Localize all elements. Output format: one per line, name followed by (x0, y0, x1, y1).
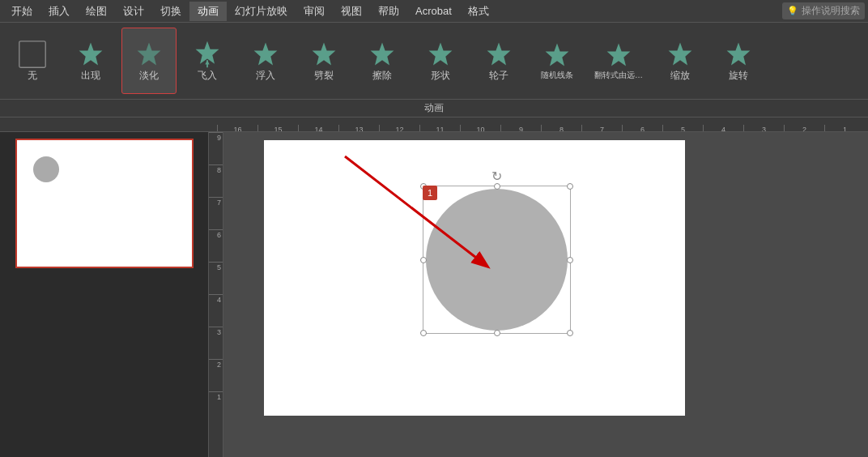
search-label: 操作说明搜索 (802, 4, 860, 18)
ribbon-label-zoom: 缩放 (670, 69, 690, 83)
slide-canvas: ↻ 1 (264, 140, 685, 416)
svg-marker-8 (371, 42, 394, 65)
ruler-tick: 8 (541, 125, 581, 131)
star-appear-icon (76, 40, 105, 69)
ruler-tick: 6 (622, 125, 662, 131)
star-random-icon (542, 41, 572, 70)
ruler-v-tick: 1 (209, 391, 223, 424)
star-split-icon (309, 40, 338, 69)
ruler-tick: 7 (581, 125, 622, 131)
ribbon-item-zoom[interactable]: 缩放 (653, 28, 708, 94)
ribbon-label-appear: 出现 (81, 69, 100, 83)
menu-start[interactable]: 开始 (3, 2, 40, 21)
ruler-v-tick: 2 (209, 359, 223, 391)
menu-animate[interactable]: 动画 (189, 2, 227, 21)
menu-help[interactable]: 帮助 (370, 2, 407, 21)
menu-slideshow[interactable]: 幻灯片放映 (227, 2, 296, 21)
selection-handle-ml[interactable] (420, 257, 427, 263)
ribbon-label-random: 随机线条 (541, 70, 573, 81)
slide-thumb-circle (33, 156, 59, 182)
menu-review[interactable]: 审阅 (296, 2, 333, 21)
ruler-tick: 13 (338, 125, 379, 131)
search-box[interactable]: 💡 操作说明搜索 (782, 2, 865, 19)
star-none-icon (18, 40, 47, 69)
ribbon-item-split[interactable]: 劈裂 (296, 28, 351, 94)
ribbon-item-wheel[interactable]: 轮子 (471, 28, 526, 94)
ruler-v-tick: 5 (209, 262, 223, 294)
ribbon-item-shape[interactable]: 形状 (413, 28, 468, 94)
ribbon-label-wipe: 擦除 (372, 69, 392, 83)
svg-marker-10 (487, 42, 511, 65)
ruler-v-tick: 6 (209, 229, 223, 262)
canvas-area[interactable]: ↻ 1 (223, 132, 868, 457)
svg-marker-9 (429, 42, 453, 65)
animation-section-label: 动画 (424, 101, 444, 115)
star-flip-icon (604, 41, 633, 70)
selection-box: ↻ (423, 186, 571, 334)
menu-acrobat[interactable]: Acrobat (407, 2, 460, 19)
ruler-tick: 10 (460, 125, 500, 131)
ruler-tick: 3 (743, 125, 784, 131)
ruler-left: 9 8 7 6 5 4 3 2 1 (209, 132, 223, 457)
animation-label-bar: 动画 (0, 100, 868, 117)
ribbon-item-rotate[interactable]: 旋转 (711, 28, 766, 94)
ruler-tick: 15 (257, 125, 298, 131)
ribbon-item-appear[interactable]: 出现 (63, 28, 118, 94)
ribbon-label-fly: 飞入 (198, 69, 217, 83)
ruler-tick: 2 (784, 125, 824, 131)
selection-handle-tm[interactable] (494, 183, 500, 190)
ribbon-label-wheel: 轮子 (489, 69, 508, 83)
ruler-tick: 1 (824, 125, 865, 131)
ruler-v-tick: 4 (209, 294, 223, 327)
rotate-handle[interactable]: ↻ (491, 169, 502, 184)
star-shape-icon (426, 40, 455, 69)
menu-design[interactable]: 设计 (115, 2, 152, 21)
menu-format[interactable]: 格式 (460, 2, 497, 21)
ruler-tick: 4 (703, 125, 743, 131)
svg-marker-14 (727, 42, 751, 65)
selection-handle-mr[interactable] (567, 257, 573, 263)
ruler-v-tick: 8 (209, 164, 223, 197)
ribbon-item-flip[interactable]: 翻转式由远… (588, 28, 649, 94)
ruler-tick: 16 (217, 125, 257, 131)
selection-handle-bm[interactable] (494, 330, 500, 336)
menu-view[interactable]: 视图 (333, 2, 370, 21)
svg-marker-6 (254, 42, 278, 65)
lightbulb-icon: 💡 (787, 6, 798, 16)
ribbon-label-flip: 翻转式由远… (594, 70, 643, 81)
menu-insert[interactable]: 插入 (40, 2, 78, 21)
animation-badge: 1 (423, 186, 437, 200)
ribbon-item-random[interactable]: 随机线条 (530, 28, 585, 94)
ruler-tick: 11 (419, 125, 460, 131)
svg-marker-7 (313, 42, 336, 65)
ribbon-label-float: 浮入 (256, 69, 275, 83)
ribbon-item-wipe[interactable]: 擦除 (355, 28, 410, 94)
selection-handle-bl[interactable] (420, 330, 427, 336)
ribbon-item-fade[interactable]: 淡化 (121, 28, 177, 94)
ribbon-item-none[interactable]: 无 (5, 28, 60, 94)
ribbon-item-fly[interactable]: 飞入 (180, 28, 235, 94)
ruler-v-tick: 9 (209, 132, 223, 164)
slide-thumbnail[interactable] (15, 139, 194, 268)
menu-draw[interactable]: 绘图 (78, 2, 115, 21)
star-fade-icon (134, 40, 164, 69)
ribbon-label-split: 劈裂 (314, 69, 334, 83)
ruler-v-tick: 7 (209, 197, 223, 229)
svg-rect-0 (19, 41, 45, 66)
selection-handle-tr[interactable] (567, 183, 573, 190)
ruler-top: 16 15 14 13 12 11 10 9 8 7 6 5 4 3 2 1 (0, 117, 868, 132)
ruler-tick: 9 (500, 125, 541, 131)
selection-handle-br[interactable] (567, 330, 573, 336)
ribbon-item-float[interactable]: 浮入 (238, 28, 293, 94)
ruler-tick: 5 (662, 125, 703, 131)
slide-panel (0, 132, 209, 457)
ribbon-toolbar: 无 出现 淡化 飞入 浮入 劈裂 (0, 23, 868, 100)
ruler-tick: 14 (298, 125, 338, 131)
ribbon-label-fade: 淡化 (139, 69, 159, 83)
star-wipe-icon (368, 40, 397, 69)
svg-marker-12 (607, 44, 631, 66)
svg-marker-11 (546, 44, 569, 66)
star-rotate-icon (724, 40, 753, 69)
menu-bar: 开始 插入 绘图 设计 切换 动画 幻灯片放映 审阅 视图 帮助 Acrobat… (0, 0, 868, 23)
menu-switch[interactable]: 切换 (152, 2, 189, 21)
